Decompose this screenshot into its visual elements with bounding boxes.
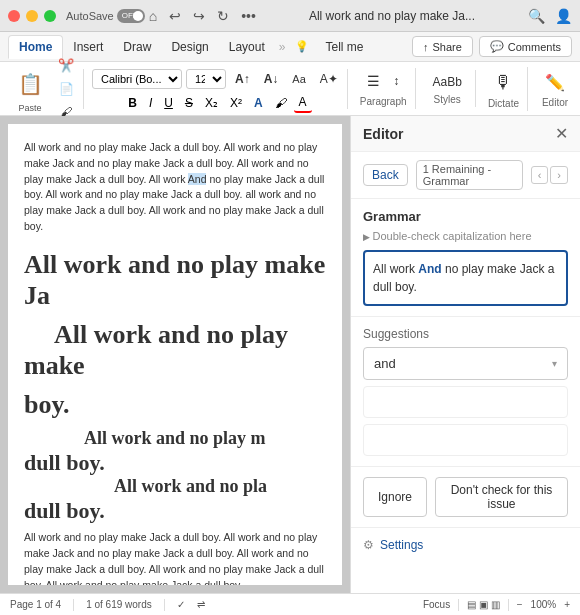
title-right-icons: 🔍 👤 [528,8,572,24]
font-select[interactable]: Calibri (Bo... [92,69,182,89]
grammar-hint: Double-check capitalization here [363,230,568,242]
title-icons: ⌂ ↩ ↪ ↻ ••• [149,8,256,24]
highlight-button[interactable]: 🖌 [270,93,292,113]
comments-icon: 💬 [490,40,504,53]
paste-button[interactable]: 📋 [12,65,48,103]
status-right: Focus ▤ ▣ ▥ − 100% + [423,599,570,611]
home-icon[interactable]: ⌂ [149,8,157,24]
strikethrough-button[interactable]: S [180,93,198,113]
settings-label[interactable]: Settings [380,538,423,552]
bold-button[interactable]: B [123,93,142,113]
prev-arrow-button[interactable]: ‹ [531,166,549,184]
main-area: All work and no play make Jack a dull bo… [0,116,580,593]
suggestion-text-1: and [374,356,396,371]
doc-medium-text-1: All work and no play m [24,428,326,450]
doc-small-text-top: All work and no play make Jack a dull bo… [24,140,326,235]
doc-medium-text-2: dull boy. [24,450,326,476]
title-bar: AutoSave OFF ⌂ ↩ ↪ ↻ ••• All work and no… [0,0,580,32]
share-button[interactable]: ↑ Share [412,36,473,57]
person-icon[interactable]: 👤 [555,8,572,24]
dictate-group: 🎙 Dictate [480,67,528,111]
close-window-button[interactable] [8,10,20,22]
editor-button[interactable]: ✏️ [540,70,570,95]
increase-font-button[interactable]: A↑ [230,69,255,89]
styles-button[interactable]: AaBb [428,72,467,92]
subscript-button[interactable]: X₂ [200,93,223,113]
format-buttons: B I U S X₂ X² A 🖌 A [123,93,311,113]
comments-button[interactable]: 💬 Comments [479,36,572,57]
grammar-text-box: All work And no play make Jack a dull bo… [363,250,568,306]
tab-draw[interactable]: Draw [113,36,161,58]
settings-section: ⚙ Settings [351,528,580,562]
ribbon-share: ↑ Share 💬 Comments [412,36,572,57]
doc-large-text-3: boy. [24,389,326,420]
proofing-icon: ✓ [177,599,185,611]
suggestion-item-1[interactable]: and ▾ [363,347,568,380]
next-arrow-button[interactable]: › [550,166,568,184]
paragraph-label: Paragraph [360,96,407,107]
doc-page[interactable]: All work and no play make Jack a dull bo… [8,124,342,585]
empty-suggestion-2 [363,386,568,418]
superscript-button[interactable]: X² [225,93,247,113]
tab-layout[interactable]: Layout [219,36,275,58]
cut-button[interactable]: ✂️ [53,55,79,76]
editor-label: Editor [542,97,568,108]
word-count: 1 of 619 words [86,599,152,611]
zoom-minus[interactable]: − [517,599,523,610]
nav-arrows: ‹ › [531,166,568,184]
chevron-down-icon: ▾ [552,358,557,369]
page-info: Page 1 of 4 [10,599,61,611]
focus-label[interactable]: Focus [423,599,450,610]
italic-button[interactable]: I [144,93,157,113]
refresh-icon[interactable]: ↻ [217,8,229,24]
search-icon[interactable]: 🔍 [528,8,545,24]
traffic-lights [8,10,56,22]
empty-suggestion-3 [363,424,568,456]
status-divider-3 [458,599,459,611]
copy-button[interactable]: 📄 [53,79,79,99]
grammar-section: Grammar Double-check capitalization here… [351,199,580,317]
editor-group: ✏️ Editor [532,68,578,110]
share-icon: ↑ [423,41,429,53]
doc-large-text-1: All work and no play make Ja [24,249,326,311]
minimize-window-button[interactable] [26,10,38,22]
doc-small-text-bottom: All work and no play make Jack a dull bo… [24,530,326,585]
doc-area: All work and no play make Jack a dull bo… [0,116,350,593]
align-left-button[interactable]: ☰ [362,70,385,92]
paste-label: Paste [18,103,41,113]
autosave-toggle[interactable]: OFF [117,9,145,23]
font-case-button[interactable]: Aa [287,70,310,88]
more-icon[interactable]: ••• [241,8,256,24]
maximize-window-button[interactable] [44,10,56,22]
decrease-font-button[interactable]: A↓ [259,69,284,89]
redo-icon[interactable]: ↪ [193,8,205,24]
remaining-badge: 1 Remaining - Grammar [416,160,523,190]
font-color-button[interactable]: A [249,93,268,113]
dictate-button[interactable]: 🎙 [489,69,517,96]
font-size-select[interactable]: 12 [186,69,226,89]
status-divider-1 [73,599,74,611]
tab-design[interactable]: Design [161,36,218,58]
suggestions-title: Suggestions [363,327,568,341]
zoom-plus[interactable]: + [564,599,570,610]
back-icon[interactable]: ↩ [169,8,181,24]
doc-title: All work and no play make Ja... [256,9,528,23]
panel-header: Editor ✕ [351,116,580,152]
action-buttons: Ignore Don't check for this issue [351,467,580,528]
text-color-button[interactable]: A [294,93,312,113]
ignore-button[interactable]: Ignore [363,477,427,517]
dont-check-button[interactable]: Don't check for this issue [435,477,568,517]
suggestions-section: Suggestions and ▾ [351,317,580,467]
toolbar: 📋 Paste ✂️ 📄 🖌 Calibri (Bo... 12 A↑ A↓ A… [0,62,580,116]
line-spacing-button[interactable]: ↕ [388,70,404,92]
panel-close-button[interactable]: ✕ [555,124,568,143]
underline-button[interactable]: U [159,93,178,113]
clipboard-group: 📋 Paste ✂️ 📄 🖌 [8,69,84,109]
clear-format-button[interactable]: A✦ [315,69,343,89]
doc-highlighted-word: And [188,173,207,185]
tab-tell-me[interactable]: Tell me [315,36,373,58]
text-direction-icon: ⇌ [197,599,205,611]
status-divider-4 [508,599,509,611]
paragraph-group: ☰ ↕ Paragraph [352,68,416,109]
back-button[interactable]: Back [363,164,408,186]
